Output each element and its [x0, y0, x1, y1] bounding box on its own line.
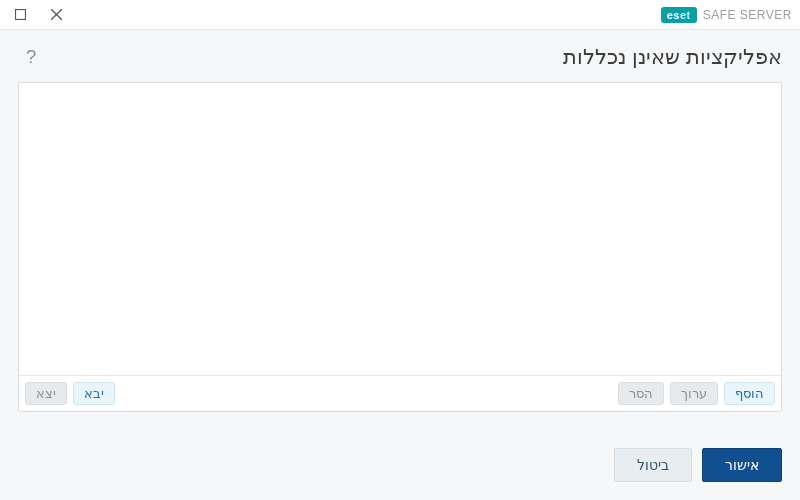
brand-logo: eset [661, 7, 697, 23]
toolbar-spacer [121, 382, 612, 405]
svg-rect-0 [15, 10, 25, 20]
remove-button[interactable]: הסר [618, 382, 664, 405]
import-button[interactable]: יבא [73, 382, 115, 405]
close-icon [51, 9, 62, 20]
help-icon: ? [26, 46, 37, 68]
brand: eset SAFE SERVER [661, 7, 792, 23]
maximize-button[interactable] [8, 3, 32, 27]
title-bar: eset SAFE SERVER [0, 0, 800, 30]
add-button[interactable]: הוסף [724, 382, 775, 405]
panel-toolbar: הוסף ערוך הסר יבא יצא [19, 375, 781, 411]
dialog-footer: אישור ביטול [0, 430, 800, 500]
exclusions-panel: הוסף ערוך הסר יבא יצא [18, 82, 782, 412]
help-button[interactable]: ? [18, 44, 44, 70]
content-area: אפליקציות שאינן נכללות ? הוסף ערוך הסר י… [0, 30, 800, 430]
edit-button[interactable]: ערוך [670, 382, 718, 405]
cancel-button[interactable]: ביטול [614, 448, 692, 482]
page-title: אפליקציות שאינן נכללות [563, 45, 782, 69]
brand-product: SAFE SERVER [703, 8, 792, 22]
header-row: אפליקציות שאינן נכללות ? [18, 44, 782, 70]
exclusions-list[interactable] [19, 83, 781, 375]
export-button[interactable]: יצא [25, 382, 67, 405]
close-button[interactable] [44, 3, 68, 27]
maximize-icon [15, 9, 26, 20]
ok-button[interactable]: אישור [702, 448, 782, 482]
